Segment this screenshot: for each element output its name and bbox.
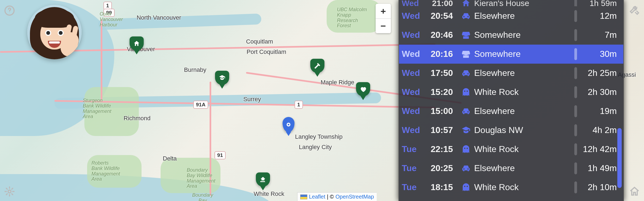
- history-row[interactable]: Wed15:00Elsewhere19m: [399, 102, 623, 121]
- history-row[interactable]: Tue22:15White Rock12h 42m: [399, 140, 623, 159]
- history-place: Douglas NW: [474, 125, 574, 135]
- duration-badge: [574, 162, 577, 174]
- duration-badge: [574, 105, 577, 117]
- history-duration: 4h 2m: [579, 125, 617, 135]
- history-place: White Rock: [474, 87, 574, 97]
- zoom-control: + −: [376, 4, 391, 33]
- city-label: Maple Ridge: [321, 79, 354, 86]
- pin-icon: [287, 123, 290, 126]
- duration-badge: [574, 48, 577, 60]
- duration-badge: [574, 0, 577, 7]
- history-time: 20:25: [425, 163, 458, 173]
- home-button[interactable]: [627, 184, 642, 199]
- zoom-out-button[interactable]: −: [376, 18, 391, 33]
- history-row[interactable]: Wed10:57Douglas NW4h 2m: [399, 121, 623, 140]
- history-duration: 12m: [579, 11, 617, 21]
- park-label: Boundary Bay: [192, 193, 213, 201]
- history-time: 17:50: [425, 68, 458, 78]
- highway-badge: 91A: [193, 101, 208, 109]
- work-marker[interactable]: [310, 59, 324, 73]
- store-icon: [458, 30, 474, 40]
- store-icon: [458, 49, 474, 59]
- history-day: Wed: [402, 30, 425, 40]
- history-day: Tue: [402, 182, 425, 192]
- history-row[interactable]: Wed17:50Elsewhere2h 25m: [399, 64, 623, 83]
- location-marker[interactable]: [283, 117, 295, 132]
- history-place: White Rock: [474, 144, 574, 154]
- history-day: Wed: [402, 49, 425, 59]
- duration-badge: [574, 86, 577, 98]
- history-row[interactable]: Wed20:46Somewhere7m: [399, 26, 623, 45]
- park-label: Sturgeon Bank Wildlife Management Area: [83, 98, 111, 119]
- history-time: 18:15: [425, 182, 458, 192]
- history-time: 10:57: [425, 125, 458, 135]
- history-row[interactable]: Tue20:25Elsewhere1h 49m: [399, 159, 623, 178]
- history-row[interactable]: Wed20:54Elsewhere12m: [399, 7, 623, 26]
- history-place: Elsewhere: [474, 163, 574, 173]
- city-label: Delta: [163, 155, 177, 162]
- history-day: Wed: [402, 68, 425, 78]
- history-duration: 1h 49m: [579, 163, 617, 173]
- history-duration: 7m: [579, 30, 617, 40]
- history-day: Tue: [402, 144, 425, 154]
- history-time: 20:54: [425, 11, 458, 21]
- history-row[interactable]: Wed20:16Somewhere30m: [399, 45, 623, 64]
- highway-badge: 1: [295, 101, 303, 109]
- history-row[interactable]: Wed15:20White Rock2h 30m: [399, 83, 623, 102]
- flood-icon: [259, 176, 266, 183]
- history-place: White Rock: [474, 182, 574, 192]
- car-icon: [458, 68, 474, 78]
- home-marker[interactable]: [130, 36, 144, 51]
- ghost-icon: [458, 144, 474, 154]
- osm-link[interactable]: OpenStreetMap: [336, 194, 374, 200]
- attribution-sep: | ©: [327, 194, 334, 200]
- tools-button[interactable]: [627, 3, 642, 18]
- history-place: Kieran's House: [474, 0, 574, 7]
- scroll-thumb[interactable]: [617, 128, 622, 188]
- history-duration: 2h 10m: [579, 182, 617, 192]
- favorite-marker[interactable]: [356, 82, 370, 96]
- city-label: Coquitlam: [246, 38, 273, 45]
- history-day: Wed: [402, 87, 425, 97]
- settings-button[interactable]: [2, 184, 17, 199]
- history-time: 21:00: [425, 0, 458, 7]
- history-time: 20:16: [425, 49, 458, 59]
- ghost-icon: [458, 183, 474, 192]
- history-duration: 1h 59m: [579, 0, 617, 7]
- history-duration: 19m: [579, 106, 617, 116]
- flood-marker[interactable]: [256, 172, 270, 187]
- duration-badge: [574, 67, 577, 79]
- history-duration: 2h 30m: [579, 87, 617, 97]
- highway-badge: 91: [214, 151, 226, 159]
- history-place: Elsewhere: [474, 68, 574, 78]
- car-icon: [458, 163, 474, 173]
- school-marker[interactable]: [215, 71, 229, 85]
- history-time: 22:15: [425, 144, 458, 154]
- help-button[interactable]: [2, 3, 17, 18]
- home-icon: [133, 40, 140, 47]
- leaflet-link[interactable]: Leaflet: [309, 194, 325, 200]
- history-place: Somewhere: [474, 49, 574, 59]
- car-icon: [458, 11, 474, 21]
- school-icon: [219, 74, 226, 81]
- history-place: Somewhere: [474, 30, 574, 40]
- city-label: Langley City: [299, 144, 332, 151]
- duration-badge: [574, 10, 577, 22]
- city-label: Burnaby: [184, 66, 206, 73]
- history-time: 15:20: [425, 87, 458, 97]
- city-label: Surrey: [243, 96, 261, 103]
- user-avatar[interactable]: [27, 5, 82, 59]
- duration-badge: [574, 29, 577, 41]
- history-day: Wed: [402, 0, 425, 7]
- heart-icon: [360, 86, 367, 93]
- park-label: Outer Vancouver Harbour: [100, 11, 123, 27]
- history-place: Elsewhere: [474, 11, 574, 21]
- history-day: Wed: [402, 106, 425, 116]
- panel-scrollbar[interactable]: [617, 2, 622, 199]
- zoom-in-button[interactable]: +: [376, 4, 391, 18]
- history-time: 20:46: [425, 30, 458, 40]
- history-row[interactable]: Wed21:00Kieran's House1h 59m: [399, 0, 623, 7]
- duration-badge: [574, 124, 577, 136]
- flag-icon: [300, 194, 307, 199]
- history-row[interactable]: Tue18:15White Rock2h 10m: [399, 178, 623, 197]
